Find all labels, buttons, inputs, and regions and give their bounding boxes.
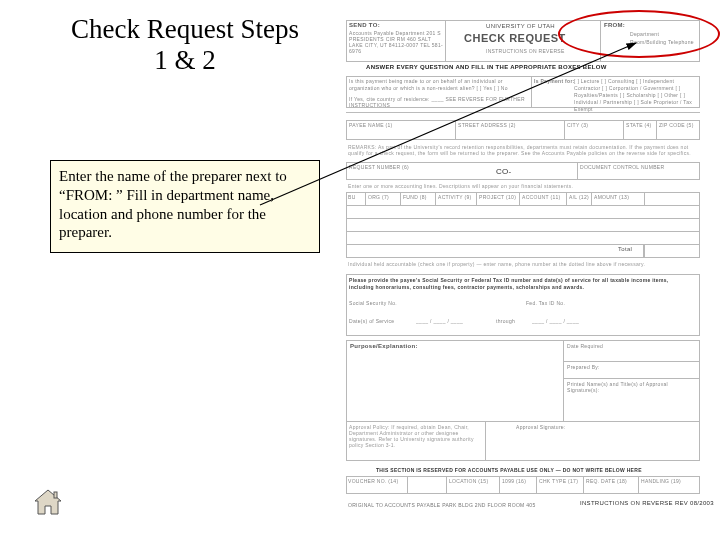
dates-label: Date(s) of Service <box>349 318 394 324</box>
apc-loc: LOCATION (15) <box>449 478 488 484</box>
col-bu: BU <box>348 194 356 200</box>
apc-hand: HANDLING (19) <box>641 478 681 484</box>
tax-block: Please provide the payee's Social Securi… <box>349 277 695 290</box>
apc-vch: VOUCHER NO. (14) <box>348 478 398 484</box>
reqnum: REQUEST NUMBER (6) <box>349 164 409 170</box>
date-required: Date Required <box>567 343 603 349</box>
fedtax-label: Fed. Tax ID No. <box>526 300 565 306</box>
ssn-label: Social Security No. <box>349 300 397 306</box>
dates-mid: through <box>496 318 515 324</box>
apc-ctype: CHK TYPE (17) <box>539 478 578 484</box>
ap-bar: THIS SECTION IS RESERVED FOR ACCOUNTS PA… <box>376 467 642 473</box>
answer-bar: ANSWER EVERY QUESTION AND FILL IN THE AP… <box>366 64 607 70</box>
total-label: Total <box>618 246 632 252</box>
property-note: Individual held accountable (check one i… <box>348 261 698 267</box>
payee-state: STATE (4) <box>626 122 652 128</box>
payee-zip: ZIP CODE (5) <box>659 122 694 128</box>
form-subtitle: INSTRUCTIONS ON REVERSE <box>486 48 565 54</box>
col-aa: A/L (12) <box>569 194 589 200</box>
form-image: SEND TO: Accounts Payable Department 201… <box>346 20 700 500</box>
svg-rect-2 <box>54 492 57 498</box>
slide: Check Request Steps 1 & 2 Enter the name… <box>0 0 720 540</box>
form-title: CHECK REQUEST <box>464 32 566 44</box>
payee-city: CITY (3) <box>567 122 588 128</box>
payee-name: PAYEE NAME (1) <box>349 122 392 128</box>
purpose-label: Purpose/Explanation: <box>350 343 418 349</box>
home-icon[interactable] <box>32 486 64 518</box>
footer-right: INSTRUCTIONS ON REVERSE REV 08/2003 <box>580 500 714 506</box>
col-project: PROJECT (10) <box>479 194 516 200</box>
col-org: ORG (7) <box>368 194 389 200</box>
send-to-label: SEND TO: <box>349 22 380 28</box>
remarks: REMARKS: As part of the University's rec… <box>348 144 698 156</box>
instruction-text: Enter the name of the preparer next to “… <box>59 168 287 240</box>
payee-addr: STREET ADDRESS (2) <box>458 122 516 128</box>
col-activity: ACTIVITY (9) <box>438 194 472 200</box>
org-name: UNIVERSITY OF UTAH <box>486 23 555 29</box>
apc-1099: 1099 (16) <box>502 478 526 484</box>
send-to-lines: Accounts Payable Department 201 S PRESID… <box>349 30 443 54</box>
docctrl: DOCUMENT CONTROL NUMBER <box>580 164 664 170</box>
col-fund: FUND (8) <box>403 194 427 200</box>
payfor-opts: [ ] Lecture [ ] Consulting [ ] Independe… <box>574 78 698 113</box>
printed-names: Printed Name(s) and Title(s) of Approval… <box>567 381 695 393</box>
acct-note: Enter one or more accounting lines. Desc… <box>348 183 698 189</box>
approval-policy: Approval Policy: If required, obtain Dea… <box>349 424 481 448</box>
slide-title: Check Request Steps 1 & 2 <box>70 14 300 76</box>
payfor-label: Is Payment for: <box>534 78 575 84</box>
q1: Is this payment being made to or on beha… <box>349 78 529 91</box>
instruction-box: Enter the name of the preparer next to “… <box>50 160 320 253</box>
prepared-by: Prepared By: <box>567 364 600 370</box>
from-label: FROM: <box>604 22 625 28</box>
co-value: CO- <box>496 167 512 176</box>
from-lines: Department Room/Building Telephone <box>630 31 696 46</box>
approval-sig: Approval Signature: <box>516 424 566 430</box>
q1-sub: If Yes, cite country of residence: ____ … <box>349 96 529 108</box>
apc-rdate: REQ. DATE (18) <box>586 478 627 484</box>
col-amt: AMOUNT (13) <box>594 194 629 200</box>
col-acct: ACCOUNT (11) <box>522 194 561 200</box>
footer-left: ORIGINAL TO ACCOUNTS PAYABLE PARK BLDG 2… <box>348 502 536 508</box>
